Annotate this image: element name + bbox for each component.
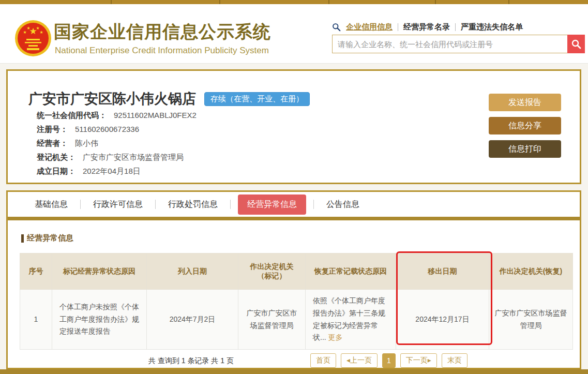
print-info-button[interactable]: 信息打印 [489,140,561,158]
abnormal-operations-table: 序号 标记经营异常状态原因 列入日期 作出决定机关（标记） 恢复正常记载状态原因… [20,253,573,350]
current-page-button[interactable]: 1 [382,353,396,368]
record-count-summary: 共 查询到 1 条记录 共 1 页 [148,353,234,368]
search-input[interactable] [332,35,585,53]
search-button[interactable] [567,35,585,53]
top-bar-divider [111,0,112,4]
company-summary-card: 广安市广安区陈小伟火锅店 存续（在营、开业、在册） 统一社会信用代码：92511… [6,69,581,184]
field-value: 92511602MABLJ0FEX2 [114,111,197,119]
nav-link-serious-violation-list[interactable]: 严重违法失信名单 [461,22,523,32]
field-label: 注册号： [37,125,68,133]
search-icon [332,23,341,32]
company-title-line: 广安市广安区陈小伟火锅店 存续（在营、开业、在册） [28,89,310,108]
cell-restore-authority: 广安市广安区市场监督管理局 [489,290,573,350]
table-row: 1 个体工商户未按照《个体工商户年度报告办法》规定报送年度报告 2024年7月2… [20,290,573,350]
header-restore-authority: 作出决定机关(恢复) [489,253,573,290]
detail-card: 基础信息 行政许可信息 行政处罚信息 经营异常信息 公告信息 经营异常信息 [6,190,581,369]
nav-divider [455,23,456,31]
field-value: 广安市广安区市场监督管理局 [83,153,184,161]
cell-list-date: 2024年7月2日 [147,290,238,350]
svg-text:★: ★ [39,30,43,35]
top-bar-divider [219,0,220,4]
site-subtitle: National Enterprise Credit Information P… [55,46,269,56]
tab-abnormal-operations[interactable]: 经营异常信息 [238,195,306,215]
tab-administrative-penalty[interactable]: 行政处罚信息 [163,199,223,210]
search-icon-white [571,39,581,49]
header-seq: 序号 [20,253,52,290]
field-establishment-date: 成立日期：2022年04月18日 [37,164,197,178]
top-bar-divider [435,0,436,4]
tab-divider [313,200,314,209]
field-label: 经营者： [37,139,68,147]
header-nav: 企业信用信息 经营异常名录 严重违法失信名单 [332,21,523,33]
tab-administrative-license[interactable]: 行政许可信息 [88,199,148,210]
cell-restore-reason: 依照《个体工商户年度报告办法》第十三条规定被标记为经营异常状... 更多 [306,290,396,350]
tab-announcements[interactable]: 公告信息 [321,199,365,210]
section-title: 经营异常信息 [21,233,73,243]
header-mark-reason: 标记经营异常状态原因 [52,253,147,290]
cell-remove-date: 2024年12月17日 [396,290,489,350]
header-mark-authority: 作出决定机关（标记） [238,253,306,290]
national-emblem-logo: ★ ★ ★ ★ ★ [14,20,52,57]
cell-seq: 1 [20,290,52,350]
search-bar [332,35,585,53]
field-registration-number: 注册号：511602600672336 [37,122,197,136]
site-title: 国家企业信用信息公示系统 [54,23,271,40]
header-list-date: 列入日期 [147,253,238,290]
header-remove-date: 移出日期 [396,253,489,290]
nav-link-abnormal-operations-list[interactable]: 经营异常名录 [403,22,450,32]
content-area: 广安市广安区陈小伟火锅店 存续（在营、开业、在册） 统一社会信用代码：92511… [0,63,588,369]
company-name: 广安市广安区陈小伟火锅店 [28,89,196,108]
prev-page-button[interactable]: ◂上一页 [341,353,378,368]
field-operator: 经营者：陈小伟 [37,136,197,150]
tab-basic-info[interactable]: 基础信息 [29,199,73,210]
field-value: 511602600672336 [75,125,139,133]
field-value: 陈小伟 [75,139,98,147]
cell-mark-authority: 广安市广安区市场监督管理局 [238,290,306,350]
company-fields: 统一社会信用代码：92511602MABLJ0FEX2 注册号：51160260… [37,108,197,178]
page: ★ ★ ★ ★ ★ 国家企业信用信息公示系统 National Enterpri… [0,0,588,374]
top-bar-divider [328,0,329,4]
first-page-button[interactable]: 首页 [310,353,336,368]
tab-divider [80,200,81,209]
restore-reason-text: 依照《个体工商户年度报告办法》第十三条规定被标记为经营异常状... [313,296,385,341]
send-report-button[interactable]: 发送报告 [489,94,561,111]
cell-mark-reason: 个体工商户未按照《个体工商户年度报告办法》规定报送年度报告 [52,290,147,350]
nav-link-enterprise-credit-info[interactable]: 企业信用信息 [346,22,393,32]
field-registration-authority: 登记机关：广安市广安区市场监督管理局 [37,150,197,164]
action-buttons: 发送报告 信息分享 信息打印 [489,94,561,158]
bottom-gold-bar [0,369,588,374]
share-info-button[interactable]: 信息分享 [489,117,561,134]
table-header-row: 序号 标记经营异常状态原因 列入日期 作出决定机关（标记） 恢复正常记载状态原因… [20,253,573,290]
next-page-button[interactable]: 下一页▸ [400,353,437,368]
pagination: 共 查询到 1 条记录 共 1 页 首页 ◂上一页 1 下一页▸ 末页 [8,353,580,369]
field-value: 2022年04月18日 [83,167,141,175]
section-title-text: 经营异常信息 [27,233,73,243]
last-page-button[interactable]: 末页 [442,353,468,368]
top-bar-divider [508,0,509,4]
header-restore-reason: 恢复正常记载状态原因 [306,253,396,290]
site-header: ★ ★ ★ ★ ★ 国家企业信用信息公示系统 National Enterpri… [0,4,588,63]
tab-underline-gold-bar [8,217,580,220]
field-label: 登记机关： [37,153,76,161]
svg-text:★: ★ [26,26,30,31]
svg-text:★: ★ [23,30,26,35]
more-link[interactable]: 更多 [328,333,343,341]
tab-divider [155,200,156,209]
pagination-buttons: 首页 ◂上一页 1 下一页▸ 末页 [310,353,468,368]
tab-divider [230,200,231,209]
nav-divider [398,23,398,31]
section-title-marker [21,234,24,243]
status-badge: 存续（在营、开业、在册） [204,92,310,106]
field-credit-code: 统一社会信用代码：92511602MABLJ0FEX2 [37,108,197,122]
top-gold-bar [0,0,588,4]
tab-bar: 基础信息 行政许可信息 行政处罚信息 经营异常信息 公告信息 [8,192,580,217]
field-label: 成立日期： [37,167,76,175]
field-label: 统一社会信用代码： [37,111,107,119]
